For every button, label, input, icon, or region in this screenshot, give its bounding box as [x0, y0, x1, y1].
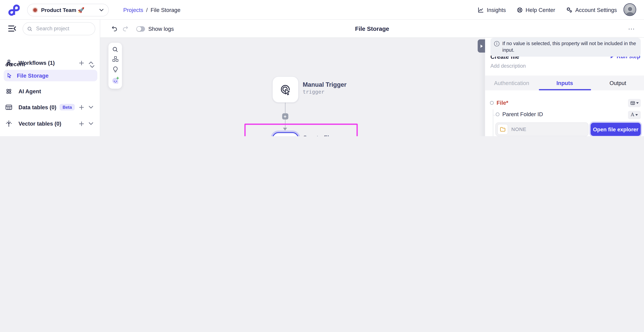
sidebar: Recent Workflows (1) File Storage: [0, 20, 100, 136]
more-menu-icon[interactable]: ⋯: [628, 20, 635, 38]
collapse-sidebar-icon[interactable]: [8, 24, 17, 33]
insights-chart-icon: [478, 7, 484, 13]
field-file: File*: [490, 100, 508, 106]
parent-folder-value-field[interactable]: NONE: [495, 122, 588, 136]
manual-trigger-icon: [278, 82, 292, 96]
text-type-icon: A: [631, 113, 634, 117]
tree-line: [492, 109, 493, 136]
trigger-node-type: trigger: [303, 89, 324, 95]
active-tab-indicator: [539, 89, 591, 90]
vector-tables-label: Vector tables (0): [18, 120, 61, 127]
open-file-explorer-button[interactable]: Open file explorer: [590, 123, 641, 136]
tab-output[interactable]: Output: [591, 76, 644, 90]
lightbulb-icon[interactable]: [112, 66, 118, 72]
field-connector-circle[interactable]: [490, 101, 494, 105]
caret-down-icon: [636, 102, 638, 104]
insights-link[interactable]: Insights: [478, 7, 506, 13]
sidebar-item-workflows[interactable]: Workflows (1): [6, 58, 96, 68]
vector-sparkle-icon: [6, 120, 18, 127]
top-bar: Product Team 🚀 Projects / File Storage I…: [0, 0, 644, 20]
cursor-pointer-icon: [4, 73, 17, 78]
folder-chip: [497, 124, 508, 135]
field-connector-circle[interactable]: [496, 112, 500, 116]
undo-icon[interactable]: [111, 20, 118, 38]
schema-grid-icon: [630, 101, 635, 105]
gear-icon: [566, 6, 572, 13]
search-input[interactable]: [35, 26, 89, 32]
step-config-panel: Create file file-system-1 Create file Ru…: [485, 38, 644, 136]
chevron-down-icon: [99, 8, 104, 12]
sidebar-item-vector-tables[interactable]: Vector tables (0): [6, 118, 96, 129]
plus-icon: +: [284, 114, 286, 119]
account-settings-label: Account Settings: [575, 7, 617, 13]
app-window: Product Team 🚀 Projects / File Storage I…: [0, 0, 644, 136]
file-type-selector[interactable]: [628, 99, 641, 107]
help-center-label: Help Center: [526, 7, 555, 13]
user-avatar[interactable]: [624, 3, 636, 16]
ai-agent-label: AI Agent: [18, 88, 41, 94]
tree-elbow: [492, 115, 496, 115]
app-logo[interactable]: [8, 4, 20, 16]
workflow-title: File Storage: [100, 20, 644, 38]
tab-inputs[interactable]: Inputs: [538, 76, 591, 90]
top-nav: Insights Help Center Account Settings: [478, 0, 617, 20]
search-icon: [27, 26, 32, 32]
sidebar-item-file-storage[interactable]: File Storage: [4, 70, 97, 81]
ai-assistant-icon[interactable]: [111, 76, 120, 85]
info-icon: i: [494, 41, 500, 46]
data-tables-label: Data tables (0): [18, 104, 56, 110]
tab-authentication[interactable]: Authentication: [485, 76, 538, 90]
sidebar-item-data-tables[interactable]: Data tables (0) Beta: [6, 102, 96, 112]
beta-badge: Beta: [60, 104, 75, 110]
trigger-node-title: Manual Trigger: [303, 81, 346, 88]
folder-icon: [500, 127, 506, 132]
lifebuoy-icon: [516, 7, 523, 13]
add-description-field[interactable]: Add description: [490, 63, 526, 69]
add-vector-table-button[interactable]: [79, 121, 84, 126]
breadcrumb: Projects / File Storage: [123, 0, 180, 20]
chevron-down-icon[interactable]: [89, 106, 93, 109]
selection-rectangle: [244, 124, 358, 136]
breadcrumb-current: File Storage: [150, 7, 180, 13]
insert-step-button[interactable]: +: [282, 113, 288, 120]
file-storage-workflow-label: File Storage: [17, 72, 48, 78]
panel-tabs: Authentication Inputs Output: [485, 76, 644, 90]
project-search[interactable]: [22, 22, 95, 35]
info-note: i If no value is selected, this property…: [490, 38, 641, 56]
workflow-hierarchy-icon: [6, 59, 18, 66]
breadcrumb-separator: /: [146, 7, 148, 13]
molecule-icon: [6, 136, 18, 136]
insights-label: Insights: [487, 7, 506, 13]
add-workflow-button[interactable]: [79, 60, 84, 66]
show-logs-toggle[interactable]: [136, 26, 145, 32]
help-center-link[interactable]: Help Center: [516, 7, 555, 13]
team-avatar-dot: [32, 8, 38, 13]
team-selector[interactable]: Product Team 🚀: [27, 4, 109, 16]
info-note-text: If no value is selected, this property w…: [502, 40, 636, 53]
file-field-label: File*: [497, 100, 508, 106]
field-parent-folder: Parent Folder ID: [496, 111, 543, 118]
node-manual-trigger[interactable]: [272, 76, 298, 103]
chevron-up-icon[interactable]: [89, 61, 93, 64]
redo-icon[interactable]: [122, 20, 128, 38]
show-logs-label: Show logs: [148, 20, 174, 38]
canvas-header: Show logs File Storage ⋯: [100, 20, 644, 38]
team-name: Product Team 🚀: [41, 7, 84, 13]
chevron-down-icon[interactable]: [89, 122, 93, 125]
add-data-table-button[interactable]: [79, 104, 84, 110]
workflows-label: Workflows (1): [18, 60, 55, 66]
caret-down-icon: [636, 114, 638, 116]
parent-folder-label: Parent Folder ID: [502, 111, 543, 118]
account-settings-link[interactable]: Account Settings: [566, 6, 617, 13]
atom-icon: [6, 88, 18, 94]
parent-folder-type-selector[interactable]: A: [628, 111, 641, 119]
node-create-file[interactable]: [272, 132, 298, 136]
breadcrumb-projects[interactable]: Projects: [123, 7, 143, 13]
search-nodes-icon[interactable]: [112, 46, 118, 52]
sidebar-item-ai-agent[interactable]: AI Agent: [6, 86, 96, 96]
table-icon: [6, 104, 18, 110]
sidebar-item-operations[interactable]: Operations (0): [6, 134, 96, 136]
canvas-toolbar: [108, 43, 122, 89]
blocks-icon[interactable]: [112, 56, 118, 62]
collapse-panel-handle[interactable]: [478, 40, 485, 52]
